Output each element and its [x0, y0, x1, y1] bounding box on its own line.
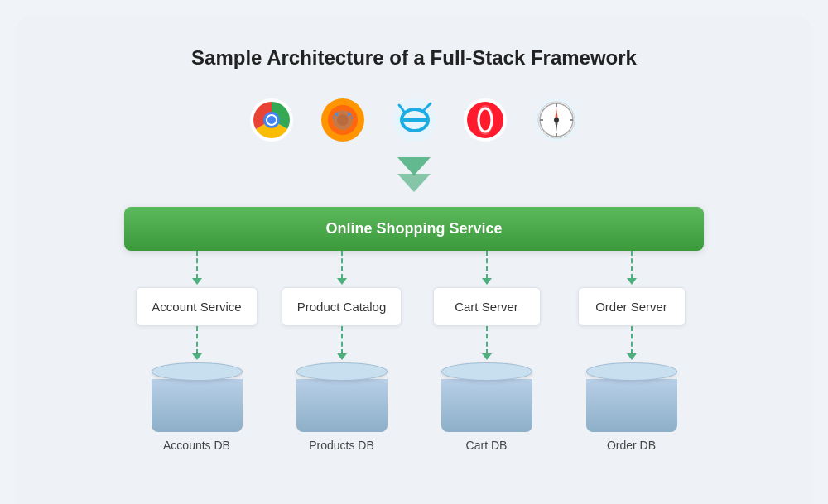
cart-db-top — [441, 362, 532, 381]
page-title: Sample Architecture of a Full-Stack Fram… — [191, 46, 637, 70]
cart-db-body — [441, 379, 532, 432]
accounts-db-label: Accounts DB — [163, 439, 230, 452]
service-column-product: Product Catalog Products DB — [269, 251, 414, 452]
ie-icon — [390, 96, 438, 144]
accounts-db-body — [152, 379, 243, 432]
products-db-label: Products DB — [309, 439, 374, 452]
product-catalog-label: Product Catalog — [297, 300, 387, 314]
opera-icon — [461, 96, 509, 144]
arrow-to-cart-server — [482, 251, 492, 287]
order-server-label: Order Server — [595, 300, 667, 314]
cart-db-label: Cart DB — [466, 439, 508, 452]
products-db: Products DB — [296, 362, 388, 452]
order-server-box: Order Server — [578, 287, 686, 326]
cart-server-box: Cart Server — [433, 287, 541, 326]
safari-icon — [532, 96, 580, 144]
service-column-cart: Cart Server Cart DB — [414, 251, 559, 452]
accounts-db: Accounts DB — [152, 362, 243, 452]
products-db-body — [296, 379, 388, 432]
arrow-to-cart-db — [482, 326, 492, 362]
browsers-row — [248, 96, 580, 144]
arrow-to-order-server — [627, 251, 637, 287]
order-db-top — [586, 362, 677, 381]
svg-rect-11 — [402, 118, 428, 122]
product-catalog-box: Product Catalog — [282, 287, 402, 326]
svg-marker-28 — [397, 174, 431, 192]
accounts-db-top — [152, 362, 243, 381]
online-shopping-service-bar: Online Shopping Service — [124, 207, 704, 251]
service-column-account: Account Service Accounts DB — [124, 251, 269, 452]
order-db-label: Order DB — [607, 439, 656, 452]
arrow-to-products-db — [337, 326, 347, 362]
firefox-icon — [319, 96, 367, 144]
svg-point-4 — [267, 116, 276, 124]
account-service-box: Account Service — [136, 287, 257, 326]
service-bar-label: Online Shopping Service — [325, 220, 502, 237]
svg-marker-27 — [397, 157, 431, 175]
double-arrow — [389, 154, 439, 200]
diagram-container: Sample Architecture of a Full-Stack Fram… — [17, 17, 811, 504]
services-section: Account Service Accounts DB Product Cata… — [124, 251, 704, 452]
order-db-body — [586, 379, 677, 432]
cart-db: Cart DB — [441, 362, 532, 452]
svg-point-26 — [554, 118, 559, 122]
products-db-top — [296, 362, 388, 381]
chrome-icon — [248, 96, 296, 144]
service-column-order: Order Server Order DB — [559, 251, 704, 452]
order-db: Order DB — [586, 362, 677, 452]
account-service-label: Account Service — [152, 300, 241, 314]
arrow-to-order-db — [627, 326, 637, 362]
arrow-to-account-service — [192, 251, 202, 287]
arrow-to-accounts-db — [192, 326, 202, 362]
arrow-to-product-catalog — [337, 251, 347, 287]
cart-server-label: Cart Server — [455, 300, 518, 314]
